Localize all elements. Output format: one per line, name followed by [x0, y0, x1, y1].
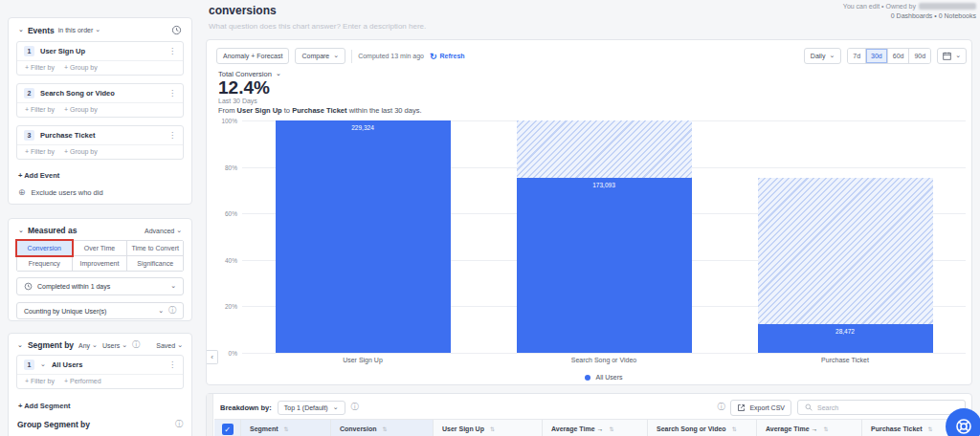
- refresh-button[interactable]: ↻Refresh: [430, 52, 465, 61]
- info-icon[interactable]: ⓘ: [168, 307, 176, 315]
- range-90d-button[interactable]: 90d: [909, 49, 930, 63]
- funnel-bar-user-sign-up[interactable]: [276, 120, 451, 353]
- segment-by-panel: ⌄ Segment by Any ⌄ Users ⌄ ⓘ Saved ⌄ 1 ⌄…: [8, 333, 192, 436]
- add-event-button[interactable]: + Add Event: [9, 167, 191, 180]
- select-all-cell[interactable]: ✓: [214, 420, 241, 436]
- segment-name[interactable]: All Users: [52, 360, 163, 369]
- events-order-dropdown[interactable]: in this order ⌄: [58, 27, 100, 33]
- sort-icon[interactable]: ⇅: [490, 425, 495, 432]
- y-axis-tick: 40%: [225, 256, 237, 263]
- range-60d-button[interactable]: 60d: [888, 49, 910, 63]
- measured-option-significance[interactable]: Significance: [127, 256, 183, 271]
- measured-option-over-time[interactable]: Over Time: [73, 241, 128, 256]
- sort-icon[interactable]: ⇅: [383, 425, 388, 432]
- segment-index-badge: 1: [24, 360, 34, 370]
- event-index-badge: 1: [24, 46, 34, 56]
- search-input[interactable]: Search: [797, 400, 966, 415]
- measured-collapse-icon[interactable]: ⌄: [18, 227, 24, 233]
- segment-filter-by-button[interactable]: + Filter by: [25, 378, 55, 384]
- column-header-search-song-or-video[interactable]: Search Song or Video⇅: [648, 420, 757, 436]
- circled-plus-icon: ⊕: [18, 188, 26, 197]
- dashboard-counts: 0 Dashboards • 0 Notebooks: [891, 12, 976, 19]
- sort-icon[interactable]: ⇅: [823, 425, 828, 432]
- event-filter-by-button[interactable]: + Filter by: [25, 64, 55, 71]
- event-group-by-button[interactable]: + Group by: [64, 148, 98, 155]
- computed-timestamp: Computed 13 min ago: [358, 53, 424, 59]
- range-7d-button[interactable]: 7d: [848, 49, 866, 63]
- column-header-average-time[interactable]: Average Time →⇅: [757, 420, 862, 436]
- page-title[interactable]: conversions: [209, 4, 277, 17]
- segment-collapse-icon[interactable]: ⌄: [17, 341, 23, 348]
- kebab-menu-icon[interactable]: ⋮: [168, 89, 176, 98]
- measured-option-improvement[interactable]: Improvement: [73, 256, 128, 271]
- granularity-dropdown[interactable]: Daily⌄: [804, 48, 841, 64]
- segment-any-dropdown[interactable]: Any ⌄: [78, 342, 98, 349]
- column-header-segment[interactable]: Segment⇅: [241, 420, 331, 436]
- kebab-menu-icon[interactable]: ⋮: [168, 360, 176, 369]
- chart-legend[interactable]: All Users: [242, 374, 966, 381]
- calendar-button[interactable]: ⌄: [937, 48, 967, 64]
- exclude-users-button[interactable]: ⊕ Exclude users who did: [9, 180, 191, 206]
- x-axis-label: Purchase Ticket: [724, 357, 966, 363]
- description-placeholder[interactable]: What question does this chart answer? En…: [209, 22, 426, 31]
- event-name[interactable]: User Sign Up: [40, 47, 163, 55]
- counting-by-dropdown[interactable]: Counting by Unique User(s) ⌄ ⓘ: [16, 302, 184, 319]
- measured-option-frequency[interactable]: Frequency: [17, 256, 73, 271]
- bar-value-label: 28,472: [758, 328, 933, 335]
- info-icon[interactable]: ⓘ: [351, 403, 359, 411]
- info-icon[interactable]: ⓘ: [717, 403, 724, 411]
- funnel-bar-dropoff[interactable]: [517, 120, 692, 178]
- column-header-user-sign-up[interactable]: User Sign Up⇅: [434, 420, 543, 436]
- column-header-average-time[interactable]: Average Time →⇅: [543, 420, 648, 436]
- saved-dropdown[interactable]: Saved ⌄: [156, 342, 183, 349]
- measured-title: Measured as: [28, 226, 78, 235]
- events-collapse-icon[interactable]: ⌄: [18, 26, 24, 33]
- kebab-menu-icon[interactable]: ⋮: [168, 131, 176, 140]
- event-name[interactable]: Search Song or Video: [40, 89, 163, 98]
- compare-button[interactable]: Compare⌄: [295, 48, 345, 64]
- segment-card: 1 ⌄ All Users ⋮ + Filter by + Performed: [16, 355, 184, 389]
- event-filter-by-button[interactable]: + Filter by: [25, 148, 55, 155]
- owner-name-redacted: [919, 3, 976, 10]
- event-index-badge: 2: [24, 88, 34, 98]
- event-filter-by-button[interactable]: + Filter by: [25, 106, 55, 113]
- event-name[interactable]: Purchase Ticket: [40, 131, 163, 140]
- measured-option-time-to-convert[interactable]: Time to Convert: [127, 241, 183, 256]
- advanced-dropdown[interactable]: Advanced ⌄: [145, 228, 182, 234]
- info-icon[interactable]: ⓘ: [132, 341, 140, 349]
- column-header-conversion[interactable]: Conversion⇅: [331, 420, 434, 436]
- breakdown-top-dropdown[interactable]: Top 1 (Default)⌄: [278, 401, 345, 415]
- help-fab-button[interactable]: [946, 408, 980, 436]
- measured-as-panel: ⌄ Measured as Advanced ⌄ ConversionOver …: [8, 218, 192, 321]
- segment-performed-button[interactable]: + Performed: [64, 378, 101, 384]
- group-segment-by-title: Group Segment by: [17, 420, 90, 429]
- anomaly-forecast-button[interactable]: Anomaly + Forecast: [216, 48, 289, 64]
- sort-icon[interactable]: ⇅: [284, 425, 289, 432]
- export-csv-button[interactable]: Export CSV: [730, 400, 791, 416]
- info-icon[interactable]: ⓘ: [175, 421, 183, 428]
- y-axis-tick: 20%: [225, 303, 237, 310]
- sort-icon[interactable]: ⇅: [609, 425, 613, 432]
- event-group-by-button[interactable]: + Group by: [64, 64, 98, 71]
- event-card-user-sign-up: 1User Sign Up⋮+ Filter by+ Group by: [16, 41, 184, 76]
- bar-value-label: 173,093: [517, 182, 692, 188]
- event-group-by-button[interactable]: + Group by: [64, 106, 98, 113]
- y-axis-tick: 0%: [229, 350, 237, 357]
- segment-users-dropdown[interactable]: Users ⌄: [102, 342, 127, 349]
- sort-icon[interactable]: ⇅: [928, 425, 933, 432]
- help-buoy-icon: [954, 417, 973, 436]
- kebab-menu-icon[interactable]: ⋮: [168, 47, 176, 55]
- select-all-checkbox[interactable]: ✓: [222, 424, 234, 435]
- sidebar-collapse-button[interactable]: ‹: [207, 350, 218, 364]
- breakdown-table-header: ✓ Segment⇅Conversion⇅User Sign Up⇅Averag…: [214, 419, 971, 436]
- add-segment-button[interactable]: + Add Segment: [9, 397, 191, 410]
- export-icon: [737, 403, 746, 412]
- hold-time-icon[interactable]: [171, 25, 182, 35]
- measured-option-conversion[interactable]: Conversion: [17, 241, 73, 256]
- funnel-bar-search-song-or-video[interactable]: [517, 178, 692, 353]
- funnel-bar-dropoff[interactable]: [758, 178, 933, 324]
- range-30d-button[interactable]: 30d: [866, 49, 888, 63]
- segment-expand-icon[interactable]: ⌄: [40, 360, 46, 367]
- sort-icon[interactable]: ⇅: [732, 425, 737, 432]
- completed-within-dropdown[interactable]: Completed within 1 days ⌄: [16, 277, 184, 295]
